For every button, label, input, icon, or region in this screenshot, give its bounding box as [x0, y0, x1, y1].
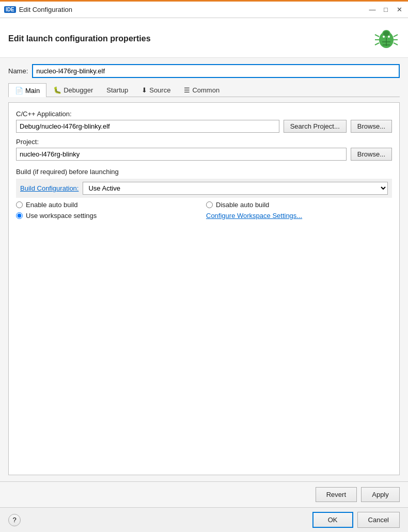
- maximize-button[interactable]: □: [381, 5, 390, 14]
- project-input[interactable]: [16, 148, 347, 161]
- radio-enable-auto[interactable]: Enable auto build: [16, 201, 202, 209]
- svg-line-5: [375, 43, 379, 45]
- cancel-button[interactable]: Cancel: [357, 512, 400, 528]
- minimize-button[interactable]: —: [368, 5, 377, 14]
- dialog-body: Name: 📄 Main 🐛 Debugger Startup ⬇ Source…: [0, 58, 408, 481]
- source-tab-label: Source: [149, 86, 170, 94]
- tab-common[interactable]: ☰ Common: [177, 83, 226, 97]
- radio-group: Enable auto build Disable auto build Use…: [16, 201, 392, 220]
- svg-line-8: [394, 43, 398, 45]
- tab-startup[interactable]: Startup: [100, 83, 135, 97]
- radio-enable-auto-input[interactable]: [16, 201, 23, 208]
- radio-use-workspace-label: Use workspace settings: [26, 212, 97, 220]
- bug-icon: [373, 25, 400, 52]
- tabs-row: 📄 Main 🐛 Debugger Startup ⬇ Source ☰ Com…: [8, 83, 400, 97]
- radio-use-workspace[interactable]: Use workspace settings: [16, 212, 202, 220]
- startup-tab-label: Startup: [106, 86, 128, 94]
- tab-main[interactable]: 📄 Main: [8, 83, 46, 97]
- bottom-buttons: OK Cancel: [312, 512, 400, 528]
- svg-line-6: [394, 35, 398, 37]
- radio-use-workspace-input[interactable]: [16, 212, 23, 219]
- title-bar-left: IDE Edit Configuration: [4, 6, 72, 13]
- debugger-tab-label: Debugger: [64, 86, 93, 94]
- title-bar-title: Edit Configuration: [19, 6, 72, 13]
- svg-line-3: [375, 35, 379, 37]
- radio-disable-auto-input[interactable]: [206, 201, 213, 208]
- radio-enable-auto-label: Enable auto build: [26, 201, 77, 209]
- project-section: Project: Browse...: [16, 138, 392, 161]
- content-spacer: [16, 225, 392, 467]
- main-tab-icon: 📄: [15, 87, 23, 95]
- dialog-header: Edit launch configuration properties: [0, 18, 408, 58]
- common-tab-label: Common: [192, 86, 219, 94]
- build-config-row: Build Configuration: Use Active: [16, 179, 392, 198]
- build-section: Build (if required) before launching Bui…: [16, 168, 392, 220]
- dialog-header-title: Edit launch configuration properties: [8, 34, 151, 43]
- cpp-app-input[interactable]: [16, 120, 279, 133]
- svg-point-9: [383, 36, 385, 38]
- project-input-row: Browse...: [16, 148, 392, 161]
- main-tab-label: Main: [25, 87, 40, 95]
- source-tab-icon: ⬇: [142, 86, 147, 94]
- help-button[interactable]: ?: [8, 514, 21, 526]
- configure-workspace-link[interactable]: Configure Workspace Settings...: [206, 212, 392, 220]
- title-bar-controls: — □ ✕: [368, 5, 404, 14]
- cpp-app-section: C/C++ Application: Search Project... Bro…: [16, 110, 392, 133]
- config-panel: C/C++ Application: Search Project... Bro…: [8, 102, 400, 475]
- tab-source[interactable]: ⬇ Source: [135, 83, 177, 97]
- browse-cpp-button[interactable]: Browse...: [351, 120, 392, 133]
- common-tab-icon: ☰: [184, 86, 190, 94]
- ide-badge: IDE: [4, 6, 16, 13]
- name-row: Name:: [8, 64, 400, 78]
- name-input[interactable]: [32, 64, 400, 78]
- cpp-app-input-row: Search Project... Browse...: [16, 120, 392, 133]
- svg-point-2: [383, 31, 389, 36]
- close-button[interactable]: ✕: [395, 5, 404, 14]
- revert-button[interactable]: Revert: [316, 487, 357, 502]
- svg-point-10: [388, 36, 390, 38]
- build-config-select[interactable]: Use Active: [83, 182, 388, 195]
- project-label: Project:: [16, 138, 392, 146]
- tab-debugger[interactable]: 🐛 Debugger: [46, 83, 100, 97]
- apply-button[interactable]: Apply: [361, 487, 400, 502]
- browse-project-button[interactable]: Browse...: [351, 148, 392, 161]
- name-label: Name:: [8, 67, 28, 75]
- dialog-bottom: ? OK Cancel: [0, 507, 408, 532]
- title-bar: IDE Edit Configuration — □ ✕: [0, 2, 408, 18]
- search-project-button[interactable]: Search Project...: [284, 120, 347, 133]
- build-config-link[interactable]: Build Configuration:: [20, 184, 79, 192]
- dialog-footer-buttons: Revert Apply: [0, 481, 408, 507]
- build-section-title: Build (if required) before launching: [16, 168, 392, 176]
- radio-disable-auto[interactable]: Disable auto build: [206, 201, 392, 209]
- cpp-app-label: C/C++ Application:: [16, 110, 392, 118]
- ok-button[interactable]: OK: [312, 512, 353, 528]
- debugger-tab-icon: 🐛: [53, 86, 61, 94]
- radio-disable-auto-label: Disable auto build: [216, 201, 269, 209]
